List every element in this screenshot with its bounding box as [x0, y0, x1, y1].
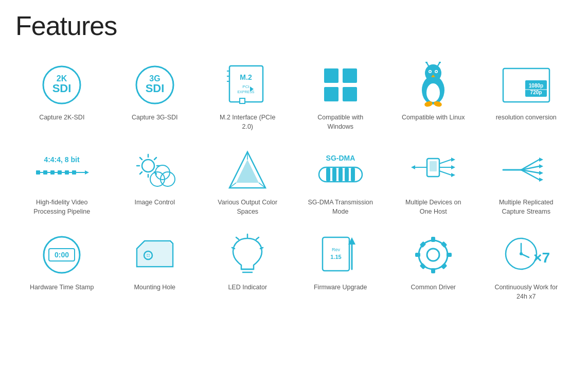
feature-resolution-conversion: 1080p 720p resolution conversion	[480, 57, 573, 136]
svg-line-54	[154, 158, 156, 160]
capture-3g-sdi-icon: 3G SDI	[127, 62, 183, 108]
svg-text:SG-DMA: SG-DMA	[326, 154, 355, 162]
m2-interface-icon: M.2 PCI EXPRESS	[219, 62, 276, 108]
page-title: Features	[15, 10, 573, 41]
svg-marker-87	[539, 164, 543, 168]
svg-marker-76	[451, 158, 455, 162]
svg-text:Rev: Rev	[332, 247, 341, 252]
multiple-replicated-label: Multiple Replicated Capture Streams	[493, 198, 560, 216]
svg-rect-67	[332, 168, 336, 181]
feature-mounting-hole: Mounting Hole	[109, 226, 202, 306]
resolution-conversion-icon: 1080p 720p	[498, 62, 555, 108]
svg-marker-89	[539, 178, 543, 182]
svg-point-21	[425, 64, 441, 82]
svg-rect-114	[431, 268, 435, 273]
svg-line-104	[236, 237, 239, 239]
high-fidelity-icon: 4:4:4, 8 bit	[33, 147, 90, 193]
image-control-label: Image Control	[134, 198, 175, 207]
svg-rect-16	[343, 68, 357, 83]
svg-rect-66	[326, 168, 330, 181]
svg-marker-94	[138, 242, 172, 266]
svg-rect-70	[351, 168, 355, 181]
24h-work-icon: ×7	[498, 232, 555, 278]
svg-line-75	[439, 160, 451, 164]
multiple-replicated-icon	[498, 147, 555, 193]
m2-interface-label: M.2 Interface (PCIe 2.0)	[214, 113, 281, 131]
feature-24h-work: ×7 Continuously Work for 24h x7	[480, 226, 573, 306]
svg-rect-120	[440, 263, 447, 269]
svg-rect-119	[419, 263, 426, 269]
svg-line-79	[439, 171, 451, 175]
svg-rect-72	[430, 161, 437, 171]
color-spaces-label: Various Output Color Spaces	[214, 198, 281, 216]
svg-text:×7: ×7	[533, 250, 550, 266]
feature-capture-3g-sdi: 3G SDI Capture 3G-SDI	[109, 57, 202, 136]
svg-rect-68	[338, 168, 343, 181]
hardware-time-label: Hardware Time Stamp	[30, 283, 94, 292]
svg-rect-6	[229, 66, 263, 102]
svg-text:720p: 720p	[530, 90, 542, 95]
svg-point-112	[427, 249, 439, 261]
feature-sg-dma: SG-DMA SG-DMA Transmission Mode	[294, 142, 387, 221]
compatible-linux-icon	[405, 62, 461, 108]
multiple-devices-label: Multiple Devices on One Host	[400, 198, 467, 216]
svg-point-25	[435, 71, 437, 73]
svg-text:SDI: SDI	[145, 82, 164, 95]
feature-multiple-devices: Multiple Devices on One Host	[387, 142, 480, 221]
svg-rect-7	[240, 98, 245, 103]
resolution-conversion-label: resolution conversion	[496, 113, 557, 123]
svg-text:M.2: M.2	[240, 73, 253, 81]
svg-marker-60	[236, 160, 259, 183]
high-fidelity-label: High-fidelity Video Processing Pipeline	[28, 198, 95, 216]
feature-compatible-windows: Compatible with Windows	[294, 57, 387, 136]
svg-rect-15	[324, 68, 338, 83]
svg-point-20	[426, 83, 440, 102]
feature-color-spaces: Various Output Color Spaces	[201, 142, 294, 221]
feature-high-fidelity: 4:4:4, 8 bit High-fidelity Video Process…	[15, 142, 109, 221]
svg-marker-74	[411, 165, 415, 169]
feature-firmware-upgrade: Rev 1.15 Firmware Upgrade	[294, 226, 387, 306]
svg-rect-113	[431, 237, 435, 242]
svg-rect-69	[345, 168, 349, 181]
compatible-windows-icon	[312, 62, 369, 108]
svg-text:1080p: 1080p	[529, 83, 543, 89]
compatible-windows-label: Compatible with Windows	[307, 113, 374, 131]
svg-line-102	[256, 237, 259, 239]
svg-marker-86	[539, 158, 543, 162]
firmware-upgrade-icon: Rev 1.15	[312, 232, 369, 278]
sg-dma-label: SG-DMA Transmission Mode	[307, 198, 374, 216]
svg-text:EXPRESS: EXPRESS	[238, 90, 255, 94]
svg-text:0:00: 0:00	[55, 251, 69, 259]
svg-text:SDI: SDI	[52, 82, 72, 95]
svg-line-52	[140, 158, 142, 160]
svg-marker-80	[451, 173, 455, 177]
firmware-upgrade-label: Firmware Upgrade	[314, 283, 367, 292]
svg-rect-115	[415, 253, 420, 257]
feature-compatible-linux: Compatible with Linux	[387, 57, 480, 136]
feature-capture-2k-sdi: 2K SDI Capture 2K-SDI	[15, 57, 109, 136]
feature-hardware-time: 0:00 Hardware Time Stamp	[15, 226, 109, 306]
capture-2k-sdi-icon: 2K SDI	[33, 62, 90, 108]
mounting-hole-icon	[127, 232, 183, 278]
feature-multiple-replicated: Multiple Replicated Capture Streams	[480, 142, 573, 221]
led-indicator-label: LED Indicator	[228, 283, 267, 292]
mounting-hole-label: Mounting Hole	[134, 283, 175, 292]
svg-rect-116	[447, 253, 452, 257]
svg-marker-78	[451, 165, 455, 169]
multiple-devices-icon	[405, 147, 461, 193]
svg-marker-46	[85, 170, 89, 175]
24h-work-label: Continuously Work for 24h x7	[493, 283, 560, 301]
feature-image-control: Image Control	[109, 142, 202, 221]
common-driver-label: Common Driver	[411, 283, 456, 292]
feature-m2-interface: M.2 PCI EXPRESS M.2 Interface (PCIe 2.0)	[201, 57, 294, 136]
capture-2k-sdi-label: Capture 2K-SDI	[39, 113, 84, 123]
color-spaces-icon	[219, 147, 276, 193]
led-indicator-icon	[219, 232, 276, 278]
svg-point-47	[142, 160, 154, 172]
hardware-time-icon: 0:00	[33, 232, 90, 278]
common-driver-icon	[405, 232, 461, 278]
svg-point-24	[429, 71, 431, 73]
svg-text:PCI: PCI	[243, 84, 250, 89]
svg-line-55	[140, 172, 142, 174]
svg-text:1.15: 1.15	[331, 254, 342, 260]
